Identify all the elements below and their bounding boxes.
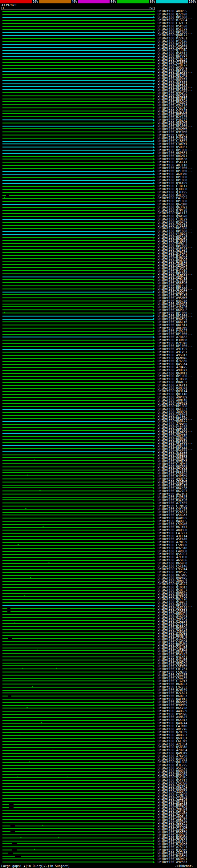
alignment-bar[interactable] (2, 207, 153, 208)
alignment-bar[interactable] (12, 638, 153, 639)
alignment-bar[interactable] (2, 777, 153, 778)
alignment-bar[interactable] (2, 436, 153, 437)
alignment-bar[interactable] (2, 98, 153, 99)
alignment-bar[interactable] (2, 134, 153, 135)
alignment-bar[interactable] (2, 729, 153, 730)
alignment-bar[interactable] (2, 131, 153, 132)
alignment-bar[interactable] (2, 665, 153, 666)
alignment-bar[interactable] (2, 735, 153, 736)
alignment-bar[interactable] (2, 801, 153, 802)
alignment-bar[interactable] (2, 427, 153, 428)
alignment-bar[interactable] (2, 285, 153, 286)
alignment-bar[interactable] (2, 551, 153, 552)
alignment-bar[interactable] (2, 153, 153, 154)
alignment-bar[interactable] (2, 68, 153, 69)
alignment-bar[interactable] (2, 291, 153, 292)
alignment-bar[interactable] (2, 614, 153, 615)
alignment-bar[interactable] (2, 659, 153, 660)
alignment-bar[interactable] (2, 478, 153, 479)
alignment-bar[interactable] (2, 162, 153, 162)
alignment-bar[interactable] (2, 47, 153, 48)
alignment-bar[interactable] (2, 412, 153, 413)
alignment-bar[interactable] (2, 328, 153, 329)
alignment-bar[interactable] (2, 702, 153, 703)
alignment-bar[interactable] (2, 433, 153, 434)
alignment-bar[interactable] (2, 288, 153, 289)
alignment-bar[interactable] (2, 828, 153, 829)
alignment-bar[interactable] (2, 231, 153, 232)
alignment-bar[interactable] (2, 780, 153, 781)
alignment-bar[interactable] (2, 309, 153, 310)
alignment-bar[interactable] (2, 373, 153, 374)
alignment-bar[interactable] (2, 301, 153, 302)
alignment-bar[interactable] (2, 267, 153, 268)
alignment-bar[interactable] (2, 509, 153, 509)
alignment-bar[interactable] (2, 466, 153, 467)
alignment-bar[interactable] (2, 261, 153, 262)
alignment-bar[interactable] (2, 524, 153, 525)
alignment-bar[interactable] (2, 687, 153, 688)
alignment-bar[interactable] (2, 485, 153, 486)
alignment-bar[interactable] (2, 581, 153, 582)
alignment-bar[interactable] (13, 807, 153, 808)
alignment-bar[interactable] (2, 690, 153, 691)
alignment-bar[interactable] (2, 768, 153, 769)
alignment-bar[interactable] (2, 343, 153, 344)
alignment-bar[interactable] (2, 228, 153, 229)
alignment-bar[interactable] (2, 84, 153, 84)
alignment-bar[interactable] (2, 786, 153, 787)
alignment-bar[interactable] (2, 159, 153, 159)
alignment-bar[interactable] (2, 807, 9, 808)
alignment-bar[interactable] (2, 463, 153, 464)
alignment-bar[interactable] (2, 264, 153, 265)
alignment-bar[interactable] (2, 602, 153, 603)
alignment-bar[interactable] (2, 482, 153, 483)
alignment-bar[interactable] (2, 409, 153, 410)
alignment-bar[interactable] (2, 324, 153, 326)
alignment-bar[interactable] (2, 617, 153, 618)
alignment-bar[interactable] (17, 849, 153, 850)
alignment-bar[interactable] (2, 472, 153, 473)
alignment-bar[interactable] (2, 180, 153, 181)
alignment-bar[interactable] (2, 249, 153, 250)
alignment-bar[interactable] (2, 41, 153, 42)
alignment-bar[interactable] (2, 554, 153, 555)
alignment-bar[interactable] (9, 195, 153, 196)
alignment-bar[interactable] (2, 331, 153, 332)
alignment-bar[interactable] (2, 798, 153, 799)
alignment-bar[interactable] (2, 195, 6, 196)
alignment-bar[interactable] (2, 234, 153, 235)
alignment-bar[interactable] (2, 147, 153, 148)
alignment-bar[interactable] (2, 650, 153, 651)
alignment-bar[interactable] (2, 204, 153, 205)
alignment-bar[interactable] (2, 849, 12, 850)
alignment-bar[interactable] (2, 774, 153, 775)
alignment-bar[interactable] (21, 856, 153, 857)
alignment-bar[interactable] (2, 762, 153, 763)
alignment-bar[interactable] (2, 388, 153, 389)
alignment-bar[interactable] (2, 361, 153, 362)
alignment-bar[interactable] (2, 26, 153, 27)
alignment-bar[interactable] (2, 608, 7, 609)
alignment-bar[interactable] (2, 126, 153, 127)
alignment-bar[interactable] (2, 201, 153, 202)
alignment-bar[interactable] (2, 391, 153, 392)
alignment-bar[interactable] (2, 692, 153, 693)
alignment-bar[interactable] (2, 29, 153, 30)
alignment-bar[interactable] (2, 623, 153, 624)
alignment-bar[interactable] (2, 499, 153, 500)
alignment-bar[interactable] (2, 319, 153, 320)
alignment-bar[interactable] (2, 277, 153, 277)
alignment-bar[interactable] (2, 367, 153, 368)
alignment-bar[interactable] (2, 645, 153, 645)
alignment-bar[interactable] (10, 611, 153, 612)
alignment-bar[interactable] (2, 282, 153, 283)
alignment-bar[interactable] (2, 252, 153, 253)
alignment-bar[interactable] (2, 662, 153, 663)
alignment-bar[interactable] (2, 708, 153, 709)
alignment-bar[interactable] (2, 379, 153, 380)
alignment-bar[interactable] (2, 442, 153, 443)
alignment-bar[interactable] (2, 635, 153, 636)
alignment-bar[interactable] (2, 684, 153, 684)
alignment-bar[interactable] (2, 819, 153, 820)
